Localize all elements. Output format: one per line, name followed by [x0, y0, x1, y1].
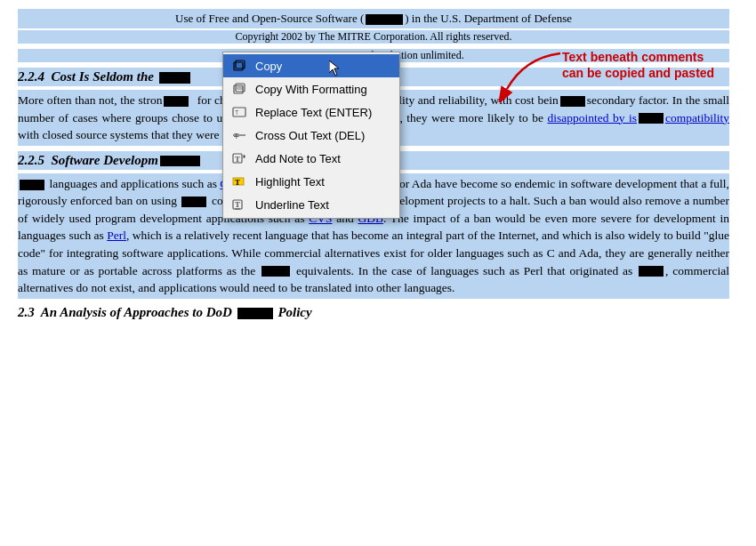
svg-marker-19: [329, 60, 339, 76]
crossout-icon: T: [230, 128, 248, 142]
menu-item-crossout[interactable]: T Cross Out Text (DEL): [223, 124, 399, 147]
menu-item-copy[interactable]: Copy: [223, 54, 399, 77]
svg-text:T: T: [235, 109, 239, 116]
doc-copyright: Copyright 2002 by The MITRE Corporation.…: [18, 30, 729, 44]
mouse-cursor: [329, 60, 340, 76]
section-23-heading: 2.3 An Analysis of Approaches to DoD Pol…: [18, 303, 729, 322]
annotation-box: Text beneath commentscan be copied and p…: [562, 49, 740, 81]
link-perl[interactable]: Perl: [107, 229, 126, 242]
svg-text:T: T: [235, 178, 240, 187]
menu-copy-format-label: Copy With Formatting: [255, 83, 367, 96]
menu-item-underline[interactable]: T Underline Text: [223, 193, 399, 216]
context-menu: Copy Copy With Formatting T Replace T: [222, 52, 400, 219]
annotation-text: Text beneath commentscan be copied and p…: [562, 49, 740, 81]
replace-icon: T: [230, 105, 248, 119]
link-disappointed[interactable]: disappointed by is: [548, 111, 638, 124]
link-compatibility[interactable]: compatibility: [665, 111, 729, 124]
doc-title: Use of Free and Open-Source Software () …: [18, 9, 729, 28]
annotation-arrow: [498, 49, 569, 102]
menu-copy-label: Copy: [255, 60, 282, 73]
underline-icon: T: [230, 197, 248, 212]
menu-crossout-label: Cross Out Text (DEL): [255, 129, 365, 142]
svg-text:T: T: [235, 155, 240, 164]
menu-item-copy-format[interactable]: Copy With Formatting: [223, 77, 399, 100]
addnote-icon: T: [230, 151, 248, 165]
menu-item-replace[interactable]: T Replace Text (ENTER): [223, 100, 399, 124]
highlight-icon: T: [230, 174, 248, 189]
svg-text:T: T: [234, 132, 239, 141]
copy-format-icon: [230, 82, 248, 96]
copy-icon: [230, 59, 248, 73]
page-container: Use of Free and Open-Source Software () …: [0, 0, 756, 546]
menu-underline-label: Underline Text: [255, 198, 329, 212]
menu-replace-label: Replace Text (ENTER): [255, 106, 372, 119]
menu-item-highlight[interactable]: T Highlight Text: [223, 170, 399, 193]
menu-item-addnote[interactable]: T Add Note to Text: [223, 147, 399, 170]
menu-addnote-label: Add Note to Text: [255, 152, 341, 165]
menu-highlight-label: Highlight Text: [255, 175, 325, 189]
svg-text:T: T: [235, 200, 240, 209]
